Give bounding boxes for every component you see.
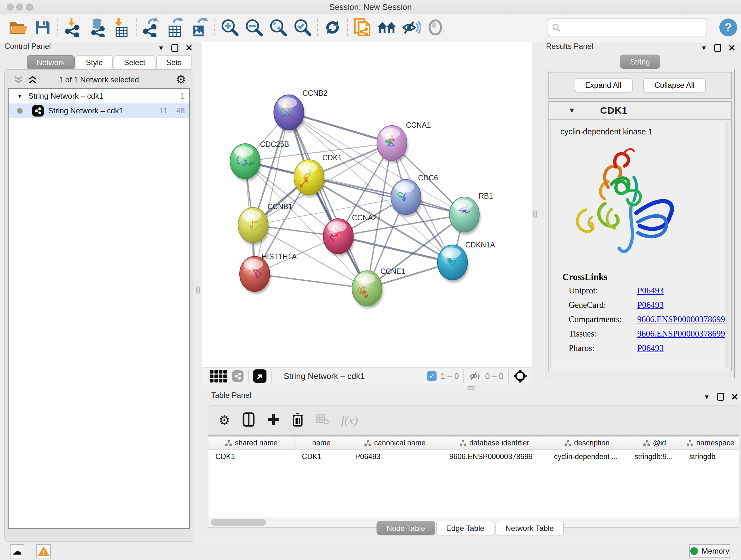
apply-layout-button[interactable] [320,16,345,40]
horizontal-splitter-handle[interactable] [467,386,475,390]
crosslink-link[interactable]: 9606.ENSP00000378699 [637,329,725,339]
export-network-button[interactable] [139,16,163,40]
string-network-icon [32,105,44,117]
vertical-splitter-handle[interactable] [533,210,537,218]
column-header[interactable]: namespace [682,436,739,449]
float-panel-icon[interactable] [714,44,721,52]
memory-button[interactable]: Memory [689,544,730,558]
save-session-button[interactable] [30,16,55,40]
main-toolbar: ? [0,14,741,42]
collapse-all-button[interactable]: Collapse All [643,78,705,92]
table-panel: Table Panel ▼ ✕ ⚙ f(x) shared name name … [207,391,741,540]
create-column-icon[interactable] [267,413,280,427]
close-panel-icon[interactable]: ✕ [731,392,738,402]
column-header[interactable]: @id [627,436,682,449]
delete-column-icon[interactable] [292,413,304,428]
network-view-canvas[interactable]: CCNB2CCNA1CDC25BCDK1CDC6RB1CCNB1CCNA2CDK… [202,42,532,367]
table-settings-gear-icon[interactable]: ⚙ [219,413,230,428]
tab-network[interactable]: Network [27,55,75,69]
tab-style[interactable]: Style [76,55,113,69]
cell-description[interactable]: cyclin-dependent ... [547,450,627,464]
crosslink-link[interactable]: P06493 [637,300,664,310]
svg-text:CCNB1: CCNB1 [267,202,292,211]
column-header[interactable]: description [547,436,627,449]
results-scrollbar[interactable] [725,122,729,368]
float-panel-icon[interactable] [717,393,724,401]
cell-database-identifier[interactable]: 9606.ENSP00000378699 [442,450,547,464]
show-all-button[interactable] [423,16,448,40]
tab-edge-table[interactable]: Edge Table [436,521,494,535]
warning-icon [38,546,50,557]
close-panel-icon[interactable]: ✕ [728,43,736,53]
network-row[interactable]: String Network – cdk1 11 48 [9,104,189,118]
close-panel-icon[interactable]: ✕ [185,43,193,53]
cell-shared-name[interactable]: CDK1 [208,450,295,464]
zoom-in-button[interactable] [218,16,242,40]
import-network-database-button[interactable] [85,16,109,40]
column-header[interactable]: canonical name [348,436,442,449]
crosslink-link[interactable]: 9606.ENSP00000378699 [637,314,725,324]
cell-name[interactable]: CDK1 [295,450,348,464]
control-panel-header: Control Panel ▼ ✕ [4,42,193,54]
export-table-button[interactable] [163,16,188,40]
first-neighbors-button[interactable] [375,16,399,40]
scrollbar-thumb[interactable] [211,519,266,526]
help-button[interactable]: ? [719,18,737,37]
zoom-fit-icon [269,18,287,38]
crosshair-icon[interactable] [513,369,527,383]
string-view-icon[interactable] [232,370,244,382]
birdseye-view-icon[interactable] [253,369,266,383]
collapse-panel-icon[interactable]: ▼ [701,44,707,52]
open-session-button[interactable] [6,16,30,40]
cloud-button[interactable]: ☁ [10,544,24,558]
crosslink-row: Pharos: P06493 [551,341,725,355]
collapse-panel-icon[interactable]: ▼ [158,44,164,52]
warnings-button[interactable] [37,544,51,558]
crosslink-label: Compartments: [569,314,637,324]
export-image-button[interactable] [188,16,212,40]
float-panel-icon[interactable] [172,44,179,52]
zoom-fit-button[interactable] [266,16,290,40]
collapse-panel-icon[interactable]: ▼ [704,393,710,401]
cell-namespace[interactable]: stringdb [682,450,739,464]
expand-collapse-bar: Expand All Collapse All [548,72,732,99]
tab-select[interactable]: Select [114,55,155,69]
tab-sets[interactable]: Sets [156,55,192,69]
grid-view-icon[interactable] [210,370,227,382]
zoom-selected-button[interactable] [290,16,315,40]
refresh-icon [324,18,341,38]
show-columns-icon[interactable] [242,412,255,428]
crosslink-link[interactable]: P06493 [637,286,664,296]
clone-network-button[interactable] [350,16,375,40]
crosslink-link[interactable]: P06493 [637,343,664,353]
node-result-header[interactable]: ▼ CDK1 [549,102,731,120]
table-row[interactable]: CDK1 CDK1 P06493 9606.ENSP00000378699 cy… [208,450,739,464]
column-header[interactable]: shared name [208,436,295,449]
expand-all-button[interactable]: Expand All [574,78,632,92]
gear-icon[interactable]: ⚙ [176,73,186,86]
tab-node-table[interactable]: Node Table [377,521,435,535]
network-graph[interactable]: CCNB2CCNA1CDC25BCDK1CDC6RB1CCNB1CCNA2CDK… [202,42,532,367]
results-panel: Results Panel ▼ ✕ String Expand All Coll… [542,42,738,379]
column-header[interactable]: name [295,436,348,449]
protein-structure-image [556,136,690,264]
search-field[interactable] [548,18,707,37]
toolbar-separator [271,369,272,383]
column-header[interactable]: database identifier [442,436,547,449]
selected-checkbox[interactable]: ✓ [427,371,436,381]
import-table-file-button[interactable] [109,16,133,40]
search-input[interactable] [560,20,706,35]
zoom-out-button[interactable] [242,16,266,40]
tab-string-results[interactable]: String [620,55,660,69]
network-collection-row[interactable]: ▼ String Network – cdk1 1 [9,89,189,104]
import-network-file-button[interactable] [61,16,85,40]
tab-network-table[interactable]: Network Table [495,521,564,535]
results-panel-title: Results Panel [546,42,593,51]
cell-id[interactable]: stringdb:9... [627,450,682,464]
tree-expand-icon[interactable]: ▼ [17,93,23,100]
entry-expand-icon[interactable]: ▼ [568,106,576,115]
entry-gene-name: CDK1 [600,105,628,116]
cell-canonical-name[interactable]: P06493 [348,450,442,464]
vertical-splitter-handle[interactable] [196,286,200,294]
hide-selected-button[interactable] [399,16,423,40]
